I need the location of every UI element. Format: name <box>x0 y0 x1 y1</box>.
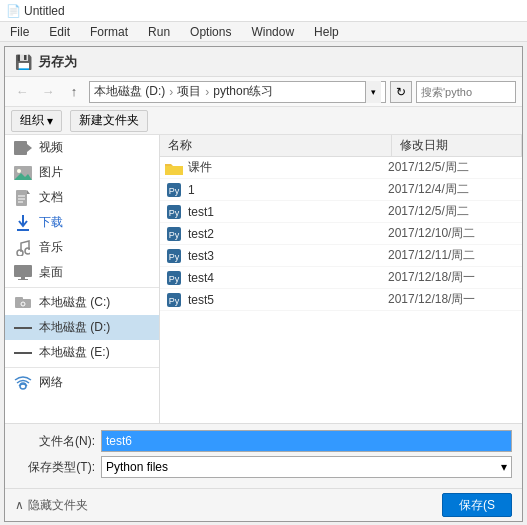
dialog-icon: 💾 <box>15 54 32 70</box>
dialog-title-bar: 💾 另存为 <box>5 47 522 77</box>
svg-rect-15 <box>15 299 31 308</box>
python-icon: Py <box>164 291 184 309</box>
sidebar-item-pictures[interactable]: 图片 <box>5 160 159 185</box>
svg-point-3 <box>17 169 21 173</box>
file-name: test5 <box>184 293 388 307</box>
file-row[interactable]: Py test2 2017/12/10/周二 <box>160 223 522 245</box>
svg-text:Py: Py <box>169 230 180 240</box>
file-row[interactable]: Py test4 2017/12/18/周一 <box>160 267 522 289</box>
svg-rect-19 <box>14 352 32 354</box>
folder-icon <box>164 159 184 177</box>
sidebar-label-drive-e: 本地磁盘 (E:) <box>39 344 110 361</box>
svg-rect-13 <box>21 277 25 279</box>
filename-row: 文件名(N): <box>15 430 512 452</box>
title-bar: 📄 Untitled <box>0 0 527 22</box>
up-button[interactable]: ↑ <box>63 81 85 103</box>
sidebar-item-network[interactable]: 网络 <box>5 370 159 395</box>
sidebar-label-drive-d: 本地磁盘 (D:) <box>39 319 110 336</box>
menu-format[interactable]: Format <box>84 23 134 41</box>
organize-label: 组织 <box>20 112 44 129</box>
svg-point-11 <box>25 248 30 254</box>
sidebar-item-music[interactable]: 音乐 <box>5 235 159 260</box>
sidebar-label-drive-c: 本地磁盘 (C:) <box>39 294 110 311</box>
menu-options[interactable]: Options <box>184 23 237 41</box>
svg-text:Py: Py <box>169 252 180 262</box>
file-date: 2017/12/4/周二 <box>388 181 518 198</box>
menu-run[interactable]: Run <box>142 23 176 41</box>
address-dropdown[interactable]: ▾ <box>365 81 381 103</box>
downloads-icon <box>13 215 33 231</box>
sidebar-item-desktop[interactable]: 桌面 <box>5 260 159 285</box>
file-name: 课件 <box>184 159 388 176</box>
filetype-chevron: ▾ <box>501 460 507 474</box>
sidebar-item-drive-c[interactable]: 本地磁盘 (C:) <box>5 290 159 315</box>
file-row[interactable]: Py 1 2017/12/4/周二 <box>160 179 522 201</box>
sidebar-label-documents: 文档 <box>39 189 63 206</box>
header-date[interactable]: 修改日期 <box>392 135 522 156</box>
sidebar-item-downloads[interactable]: 下载 <box>5 210 159 235</box>
drive-d-icon <box>13 320 33 336</box>
file-date: 2017/12/10/周二 <box>388 225 518 242</box>
address-toolbar: ← → ↑ 本地磁盘 (D:) › 项目 › python练习 ▾ ↻ <box>5 77 522 107</box>
drive-e-icon <box>13 345 33 361</box>
dialog-footer: ∧ 隐藏文件夹 保存(S <box>5 488 522 521</box>
dialog-title-text: 另存为 <box>38 53 77 71</box>
python-icon: Py <box>164 269 184 287</box>
svg-text:Py: Py <box>169 208 180 218</box>
music-icon <box>13 240 33 256</box>
sidebar-label-video: 视频 <box>39 139 63 156</box>
forward-button[interactable]: → <box>37 81 59 103</box>
svg-point-10 <box>17 250 23 256</box>
filename-label: 文件名(N): <box>15 433 95 450</box>
svg-rect-12 <box>14 265 32 277</box>
sidebar-label-downloads: 下载 <box>39 214 63 231</box>
sidebar-item-documents[interactable]: 文档 <box>5 185 159 210</box>
address-bar[interactable]: 本地磁盘 (D:) › 项目 › python练习 ▾ <box>89 81 386 103</box>
menu-file[interactable]: File <box>4 23 35 41</box>
filename-input[interactable] <box>101 430 512 452</box>
new-folder-button[interactable]: 新建文件夹 <box>70 110 148 132</box>
file-row[interactable]: Py test1 2017/12/5/周二 <box>160 201 522 223</box>
video-icon <box>13 140 33 156</box>
svg-rect-14 <box>18 279 28 280</box>
sidebar-item-video[interactable]: 视频 <box>5 135 159 160</box>
sidebar-label-music: 音乐 <box>39 239 63 256</box>
address-path: 本地磁盘 (D:) › 项目 › python练习 <box>94 83 365 100</box>
file-date: 2017/12/5/周二 <box>388 203 518 220</box>
refresh-button[interactable]: ↻ <box>390 81 412 103</box>
file-name: test2 <box>184 227 388 241</box>
file-row[interactable]: Py test5 2017/12/18/周一 <box>160 289 522 311</box>
python-icon: Py <box>164 181 184 199</box>
filetype-select[interactable]: Python files ▾ <box>101 456 512 478</box>
svg-text:Py: Py <box>169 274 180 284</box>
svg-rect-0 <box>14 141 27 155</box>
window-title: Untitled <box>24 4 65 18</box>
menu-edit[interactable]: Edit <box>43 23 76 41</box>
pictures-icon <box>13 165 33 181</box>
svg-text:Py: Py <box>169 186 180 196</box>
save-button[interactable]: 保存(S <box>442 493 512 517</box>
file-row[interactable]: Py test3 2017/12/11/周二 <box>160 245 522 267</box>
menu-help[interactable]: Help <box>308 23 345 41</box>
file-name: test4 <box>184 271 388 285</box>
documents-icon <box>13 190 33 206</box>
menu-window[interactable]: Window <box>245 23 300 41</box>
sidebar-item-drive-d[interactable]: 本地磁盘 (D:) <box>5 315 159 340</box>
chevron-up-icon: ∧ <box>15 498 24 512</box>
sidebar: 视频 图片 文档 下载 <box>5 135 160 423</box>
path-drive: 本地磁盘 (D:) <box>94 83 165 100</box>
back-button[interactable]: ← <box>11 81 33 103</box>
svg-rect-18 <box>14 327 32 329</box>
file-name: test1 <box>184 205 388 219</box>
sidebar-item-drive-e[interactable]: 本地磁盘 (E:) <box>5 340 159 365</box>
hidden-files-toggle[interactable]: ∧ 隐藏文件夹 <box>15 497 88 514</box>
file-date: 2017/12/11/周二 <box>388 247 518 264</box>
file-row[interactable]: 课件 2017/12/5/周二 <box>160 157 522 179</box>
file-date: 2017/12/18/周一 <box>388 269 518 286</box>
main-content: 视频 图片 文档 下载 <box>5 135 522 423</box>
organize-button[interactable]: 组织 ▾ <box>11 110 62 132</box>
filetype-row: 保存类型(T): Python files ▾ <box>15 456 512 478</box>
search-input[interactable] <box>416 81 516 103</box>
header-name[interactable]: 名称 <box>160 135 392 156</box>
drive-c-icon <box>13 295 33 311</box>
